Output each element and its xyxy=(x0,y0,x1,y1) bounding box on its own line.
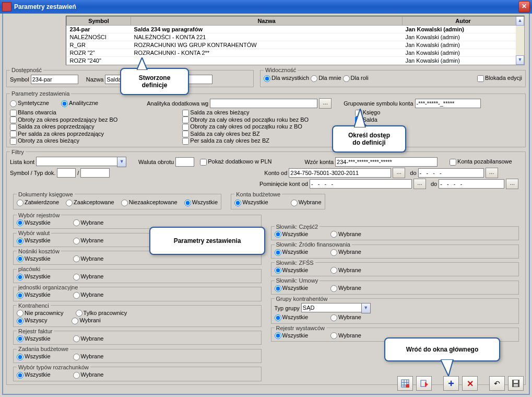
delete-icon[interactable]: ✕ xyxy=(462,376,478,391)
konta-budzetowe-group: Konta budżetowe Wszystkie Wybrane xyxy=(231,191,325,209)
pz-check[interactable]: Per salda za okres poprzedzający xyxy=(10,131,177,138)
opt-wyb[interactable]: Wybrane xyxy=(330,249,361,256)
opt-wsz[interactable]: Wszystkie xyxy=(17,255,51,263)
opt-wyb[interactable]: Wybrane xyxy=(73,237,104,244)
grid-icon[interactable] xyxy=(397,376,413,391)
opt-wsz[interactable]: Wszystkie xyxy=(275,285,309,292)
pomin-input[interactable] xyxy=(310,179,412,189)
pz-check[interactable]: Salda xyxy=(355,116,522,124)
kb-wsz[interactable]: Wszystkie xyxy=(234,199,268,206)
pomin-pick[interactable]: … xyxy=(413,179,426,189)
definitions-grid[interactable]: Symbol Nazwa Autor 234-parSalda 234 wg p… xyxy=(66,16,525,65)
close-button[interactable]: ✕ xyxy=(518,1,530,13)
opt-wyb[interactable]: Wybrane xyxy=(330,285,361,292)
dok-zaak[interactable]: Zaakceptowane xyxy=(66,199,114,206)
add-icon[interactable]: + xyxy=(443,376,459,391)
pz-check[interactable]: Obroty za okres poprzedzający bez BO xyxy=(10,116,177,124)
pz-check[interactable]: Księgo xyxy=(355,109,522,116)
dostepnosc-legend: Dostępność xyxy=(10,67,43,73)
konto-od-pick[interactable]: … xyxy=(393,168,405,178)
kb-wyb[interactable]: Wybrane xyxy=(291,199,322,206)
table-row[interactable]: 234-parSalda 234 wg paragrafówJan Kowals… xyxy=(67,26,524,33)
pomin-label: Pominięcie kont od xyxy=(259,181,308,187)
pz-check[interactable]: Obroty za cały okres od początku roku z … xyxy=(182,123,349,131)
opt-wyb[interactable]: Wybrane xyxy=(73,371,104,379)
lista-kont-combo[interactable]: ▼ xyxy=(36,157,126,167)
opt-wsz[interactable]: Wszystkie xyxy=(275,332,309,340)
do2-pick[interactable]: … xyxy=(506,179,518,189)
opt-wsz[interactable]: Wszystkie xyxy=(17,291,51,299)
pozabilansowe[interactable]: Konta pozabilansowe xyxy=(450,158,512,166)
opt-wsz[interactable]: Wszystkie xyxy=(17,371,51,379)
table-row[interactable]: ROZR "2"ROZRACHUNKI - KONTA 2**Jan Kowal… xyxy=(67,49,524,57)
opt-wyb[interactable]: Wybrane xyxy=(330,267,361,274)
table-row[interactable]: NALEŻNOŚCINALEŻNOŚCI - KONTA 221Jan Kowa… xyxy=(67,33,524,41)
dok-zatw[interactable]: Zatwierdzone xyxy=(17,199,59,206)
save-icon[interactable] xyxy=(508,376,524,391)
do2-input[interactable] xyxy=(439,179,504,189)
table-row[interactable]: R_GRROZRACHUNKI WG GRUP KONTRAHENTÓWJan … xyxy=(67,41,524,49)
waluta-input[interactable] xyxy=(175,157,194,167)
opt-wsz[interactable]: Wszystkie xyxy=(17,219,51,227)
dok-niez[interactable]: Niezaakceptowane xyxy=(121,199,178,206)
pz-check[interactable]: Per salda za cały okres bez BZ xyxy=(182,137,349,145)
typgrupy-combo[interactable]: ▼ xyxy=(301,303,371,313)
col-nazwa[interactable]: Nazwa xyxy=(131,17,403,26)
opt-wsz[interactable]: Wszystkie xyxy=(275,249,309,256)
analityka-wg-pick[interactable]: … xyxy=(319,98,332,109)
do1-label: do xyxy=(410,170,416,176)
lista-kont-label: Lista kont xyxy=(10,159,34,165)
fs-kontr: KontrahenciNie pracownicyTylko pracownic… xyxy=(13,302,262,327)
opt-wyb[interactable]: Wybrane xyxy=(330,332,361,340)
undo-icon[interactable]: ↶ xyxy=(489,376,505,391)
pz-check[interactable]: Obroty za okres bieżący xyxy=(10,137,177,145)
opt-wyb[interactable]: Wybrane xyxy=(73,219,104,227)
pz-check[interactable]: Bilans otwarcia xyxy=(10,109,177,116)
window-title: Parametry zestawień xyxy=(14,3,76,10)
opt-wsz[interactable]: Wszystkie xyxy=(17,353,51,360)
grupowanie-input[interactable] xyxy=(415,99,481,108)
callout-parametry: Parametry zestawienia xyxy=(149,227,265,255)
grupowanie-label: Grupowanie symbolu konta xyxy=(344,100,413,107)
do1-pick[interactable]: … xyxy=(486,168,498,178)
analityka-wg-input[interactable] xyxy=(210,99,317,108)
symbol-input[interactable] xyxy=(31,75,78,84)
grid-scrollbar[interactable]: ▲ ▼ xyxy=(516,16,524,65)
opt-wyb[interactable]: Wybrane xyxy=(330,231,361,238)
syntetyczne[interactable]: Syntetyczne xyxy=(10,100,49,107)
opt-wsz[interactable]: Wszystkie xyxy=(17,335,51,343)
fs-szfss: Słownik: ZFŚSWszystkieWybrane xyxy=(271,260,519,277)
pz-check[interactable]: Salda za okres poprzedzający xyxy=(10,123,177,131)
vis-me[interactable]: Dla mnie xyxy=(311,75,341,82)
col-symbol[interactable]: Symbol xyxy=(67,17,131,26)
pz-check[interactable]: Salda za okres bieżący xyxy=(182,109,349,116)
symtyp-1[interactable] xyxy=(57,168,76,178)
opt-wsz[interactable]: Wszystkie xyxy=(17,237,51,244)
blokada-edycji[interactable]: Blokada edycji xyxy=(477,75,522,82)
pln-check[interactable]: Pokaż dodatkowo w PLN xyxy=(200,158,271,166)
pz-check[interactable]: Salda za cały okres bez BZ xyxy=(182,131,349,138)
wzor-input[interactable] xyxy=(335,157,438,167)
opt-wsz[interactable]: Wszystkie xyxy=(275,267,309,274)
opt-wsz[interactable]: Wszystkie xyxy=(17,273,51,281)
opt-wyb[interactable]: Wybrane xyxy=(73,291,104,299)
opt-wyb[interactable]: Wybrane xyxy=(73,353,104,360)
do1-input[interactable] xyxy=(418,168,484,178)
scroll-up-icon[interactable]: ▲ xyxy=(516,16,524,26)
symtyp-2[interactable] xyxy=(80,168,110,178)
opt-wyb[interactable]: Wybrane xyxy=(73,335,104,343)
scroll-down-icon[interactable]: ▼ xyxy=(516,55,524,65)
back-icon[interactable] xyxy=(416,376,432,391)
vis-all[interactable]: Dla wszystkich xyxy=(264,75,309,82)
dok-wsz[interactable]: Wszystkie xyxy=(184,199,218,206)
analityczne[interactable]: Analityczne xyxy=(61,100,98,107)
pz-check[interactable]: Obroty za cały okres od początku roku be… xyxy=(182,116,349,124)
vis-role[interactable]: Dla roli xyxy=(343,75,369,82)
titlebar: Parametry zestawień ✕ xyxy=(0,0,532,14)
opt-wyb[interactable]: Wybrane xyxy=(73,255,104,263)
opt-wyb[interactable]: Wybrane xyxy=(73,273,104,281)
opt-wsz[interactable]: Wszystkie xyxy=(275,231,309,238)
konto-od-input[interactable] xyxy=(289,168,391,178)
table-row[interactable]: ROZR "240"Jan Kowalski (admin) xyxy=(67,57,524,65)
col-autor[interactable]: Autor xyxy=(403,17,524,26)
